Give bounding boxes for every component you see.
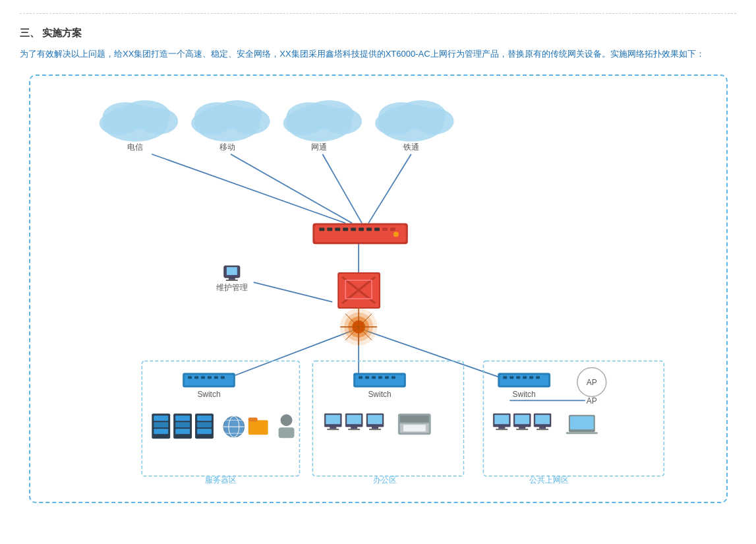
svg-rect-118 xyxy=(503,377,507,379)
maintenance-label: 维护管理 xyxy=(216,283,247,292)
zone-label-3: 公共上网区 xyxy=(529,475,569,485)
svg-rect-63 xyxy=(188,377,192,379)
zone-label-1: 服务器区 xyxy=(204,475,236,485)
isp-label-2: 移动 xyxy=(219,142,235,152)
ap-label: AP xyxy=(586,378,596,388)
svg-rect-76 xyxy=(175,429,190,435)
svg-rect-98 xyxy=(391,377,395,379)
svg-rect-106 xyxy=(348,429,360,431)
svg-rect-120 xyxy=(516,377,520,379)
svg-rect-39 xyxy=(374,228,380,231)
isp-label-1: 电信 xyxy=(127,142,143,152)
svg-rect-100 xyxy=(326,415,340,425)
svg-rect-34 xyxy=(335,228,340,231)
svg-point-29 xyxy=(375,111,415,135)
svg-rect-66 xyxy=(207,377,211,379)
svg-point-24 xyxy=(283,111,322,135)
isp-label-4: 铁通 xyxy=(402,142,419,152)
svg-rect-41 xyxy=(390,228,395,231)
svg-rect-94 xyxy=(365,377,369,379)
svg-rect-136 xyxy=(537,429,548,431)
svg-rect-131 xyxy=(519,427,525,429)
svg-point-13 xyxy=(138,108,178,135)
svg-rect-121 xyxy=(523,377,527,379)
svg-rect-46 xyxy=(225,280,237,281)
svg-rect-45 xyxy=(228,278,235,280)
svg-point-28 xyxy=(414,108,453,135)
svg-rect-87 xyxy=(248,418,257,422)
svg-rect-71 xyxy=(154,423,168,428)
svg-rect-114 xyxy=(403,425,425,432)
svg-rect-104 xyxy=(347,415,361,425)
svg-rect-135 xyxy=(539,427,546,429)
section-heading: 实施方案 xyxy=(42,27,82,38)
svg-rect-132 xyxy=(516,429,528,431)
svg-line-3 xyxy=(368,154,411,224)
svg-rect-75 xyxy=(175,423,190,428)
svg-rect-96 xyxy=(378,377,382,379)
network-diagram: 电信 移动 网通 铁通 xyxy=(29,75,728,503)
svg-line-6 xyxy=(220,328,358,381)
zone-label-2: 办公区 xyxy=(372,475,396,485)
svg-rect-31 xyxy=(314,226,405,243)
svg-rect-122 xyxy=(529,377,533,379)
svg-rect-119 xyxy=(509,377,513,379)
svg-rect-79 xyxy=(197,423,212,428)
svg-rect-123 xyxy=(536,377,540,379)
svg-rect-38 xyxy=(366,228,372,231)
svg-rect-105 xyxy=(351,427,357,429)
svg-rect-101 xyxy=(330,427,336,429)
switch-label-2: Switch xyxy=(368,390,391,400)
svg-rect-33 xyxy=(327,228,332,231)
svg-rect-126 xyxy=(494,415,509,425)
svg-point-42 xyxy=(393,232,398,237)
svg-rect-70 xyxy=(154,416,168,421)
svg-rect-95 xyxy=(372,377,376,379)
top-divider xyxy=(20,13,736,14)
svg-point-19 xyxy=(191,111,231,135)
svg-rect-68 xyxy=(220,377,224,379)
svg-rect-74 xyxy=(175,416,190,421)
svg-rect-64 xyxy=(194,377,198,379)
svg-rect-112 xyxy=(399,416,428,423)
svg-rect-139 xyxy=(566,433,597,435)
svg-rect-67 xyxy=(214,377,218,379)
svg-rect-109 xyxy=(372,427,378,429)
svg-rect-80 xyxy=(197,429,212,435)
switch-label-1: Switch xyxy=(197,390,220,400)
svg-rect-40 xyxy=(382,228,387,231)
svg-point-88 xyxy=(280,415,292,427)
svg-line-2 xyxy=(322,154,362,224)
svg-rect-86 xyxy=(248,421,268,435)
svg-rect-78 xyxy=(197,416,212,421)
svg-point-14 xyxy=(99,111,138,135)
svg-rect-128 xyxy=(496,429,508,431)
svg-rect-97 xyxy=(384,377,388,379)
svg-rect-108 xyxy=(368,415,382,425)
svg-rect-37 xyxy=(359,228,364,231)
svg-rect-35 xyxy=(343,228,348,231)
svg-rect-102 xyxy=(327,429,339,431)
section-description: 为了有效解决以上问题，给XX集团打造一个高速、稳定、安全网络，XX集团采用鑫塔科… xyxy=(20,46,736,61)
svg-rect-65 xyxy=(201,377,205,379)
switch-label-3: Switch xyxy=(512,390,535,400)
svg-rect-127 xyxy=(498,427,505,429)
svg-rect-93 xyxy=(359,377,363,379)
svg-rect-138 xyxy=(569,417,593,430)
isp-label-3: 网通 xyxy=(311,142,327,152)
section-title: 三、 实施方案 xyxy=(20,27,736,40)
section-number: 三、 xyxy=(20,27,40,38)
svg-rect-134 xyxy=(535,415,550,425)
svg-point-23 xyxy=(322,108,362,135)
svg-rect-89 xyxy=(278,428,294,438)
svg-rect-130 xyxy=(515,415,529,425)
svg-rect-110 xyxy=(369,429,381,431)
svg-line-5 xyxy=(253,282,332,302)
svg-rect-36 xyxy=(351,228,356,231)
svg-rect-72 xyxy=(154,429,168,435)
svg-rect-32 xyxy=(319,228,324,231)
svg-point-18 xyxy=(230,108,270,135)
svg-rect-44 xyxy=(226,268,237,276)
ap-text: AP xyxy=(586,397,596,406)
